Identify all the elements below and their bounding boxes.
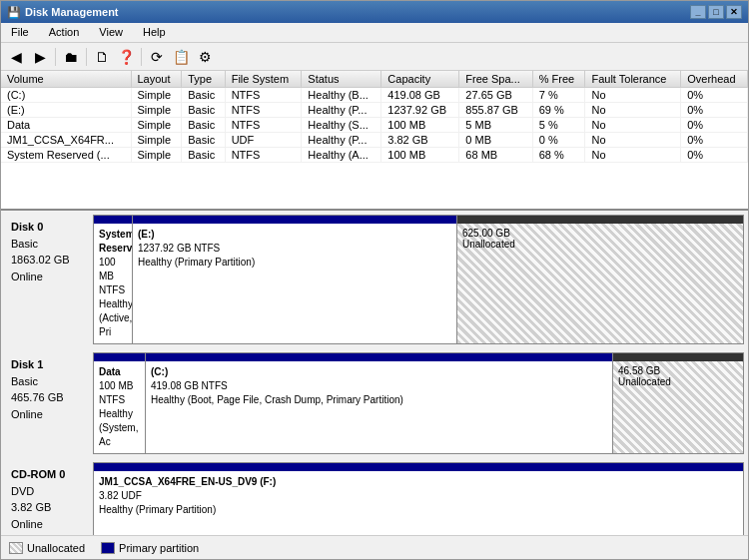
table-cell: Basic <box>182 118 225 133</box>
legend-primary-icon <box>101 542 115 554</box>
table-cell: NTFS <box>225 88 302 103</box>
col-volume: Volume <box>1 71 131 88</box>
minimize-button[interactable]: _ <box>690 5 706 19</box>
table-cell: Simple <box>131 148 182 163</box>
partition-header <box>94 463 743 471</box>
properties-button[interactable]: 🗋 <box>91 46 113 68</box>
partition-name: JM1_CCSA_X64FRE_EN-US_DV9 (F:) <box>99 475 738 489</box>
table-cell: (C:) <box>1 88 131 103</box>
disk-size: 3.82 GB <box>11 499 87 516</box>
disk-name: Disk 0 <box>11 219 87 236</box>
partition-header <box>94 353 145 361</box>
disk-size: 465.76 GB <box>11 389 87 406</box>
unallocated-label: Unallocated <box>618 376 738 387</box>
up-button[interactable]: 🖿 <box>60 46 82 68</box>
col-status: Status <box>302 71 381 88</box>
forward-button[interactable]: ▶ <box>29 46 51 68</box>
table-cell: Healthy (B... <box>302 88 381 103</box>
table-row[interactable]: DataSimpleBasicNTFSHealthy (S...100 MB5 … <box>1 118 748 133</box>
partition-0-0[interactable]: System Reserved 100 MB NTFS Healthy (Act… <box>94 216 133 343</box>
partition-name: System Reserved <box>99 228 127 256</box>
unallocated-label: Unallocated <box>462 239 738 250</box>
partition-detail2: Healthy (Primary Partition) <box>99 503 738 517</box>
table-cell: 5 % <box>532 118 585 133</box>
partition-header <box>94 216 132 224</box>
table-row[interactable]: (E:)SimpleBasicNTFSHealthy (P...1237.92 … <box>1 103 748 118</box>
extra-button-2[interactable]: ⚙ <box>194 46 216 68</box>
table-cell: NTFS <box>225 148 302 163</box>
menu-action[interactable]: Action <box>43 25 86 40</box>
back-button[interactable]: ◀ <box>5 46 27 68</box>
legend-unallocated-icon <box>9 542 23 554</box>
help-button[interactable]: ❓ <box>115 46 137 68</box>
table-cell: Basic <box>182 88 225 103</box>
partition-1-0[interactable]: Data 100 MB NTFS Healthy (System, Ac <box>94 353 146 453</box>
refresh-button[interactable]: ⟳ <box>146 46 168 68</box>
table-cell: NTFS <box>225 103 302 118</box>
partition-2-0[interactable]: JM1_CCSA_X64FRE_EN-US_DV9 (F:) 3.82 UDF … <box>94 463 743 535</box>
table-cell: (E:) <box>1 103 131 118</box>
partition-detail2: Healthy (Boot, Page File, Crash Dump, Pr… <box>151 393 607 407</box>
partition-1-1[interactable]: (C:) 419.08 GB NTFS Healthy (Boot, Page … <box>146 353 613 453</box>
table-row[interactable]: System Reserved (...SimpleBasicNTFSHealt… <box>1 148 748 163</box>
disk-status: Online <box>11 406 87 423</box>
table-cell: 0% <box>681 118 748 133</box>
col-capacity: Capacity <box>381 71 459 88</box>
partition-header <box>146 353 612 361</box>
partition-name: Data <box>99 365 140 379</box>
partition-detail1: 100 MB NTFS <box>99 379 140 407</box>
col-type: Type <box>182 71 225 88</box>
menu-file[interactable]: File <box>5 25 35 40</box>
disk-row-2: CD-ROM 0 DVD 3.82 GB Online JM1_CCSA_X64… <box>5 462 744 535</box>
disk-size: 1863.02 GB <box>11 252 87 269</box>
menu-view[interactable]: View <box>93 25 129 40</box>
disk-name: Disk 1 <box>11 356 87 373</box>
disk-row-0: Disk 0 Basic 1863.02 GB Online System Re… <box>5 215 744 344</box>
partition-detail1: 100 MB NTFS <box>99 256 127 297</box>
title-buttons[interactable]: _ □ ✕ <box>690 5 742 19</box>
table-header-row: Volume Layout Type File System Status Ca… <box>1 71 748 88</box>
table-cell: 0% <box>681 103 748 118</box>
partition-unallocated-0-2[interactable]: 625.00 GB Unallocated <box>457 216 743 343</box>
table-cell: 68 % <box>532 148 585 163</box>
table-cell: No <box>585 88 681 103</box>
table-row[interactable]: (C:)SimpleBasicNTFSHealthy (B...419.08 G… <box>1 88 748 103</box>
table-cell: No <box>585 133 681 148</box>
extra-button-1[interactable]: 📋 <box>170 46 192 68</box>
close-button[interactable]: ✕ <box>726 5 742 19</box>
col-fs: File System <box>225 71 302 88</box>
disk-row-1: Disk 1 Basic 465.76 GB Online Data 100 M… <box>5 352 744 454</box>
table-cell: 5 MB <box>459 118 532 133</box>
partition-0-1[interactable]: (E:) 1237.92 GB NTFS Healthy (Primary Pa… <box>133 216 457 343</box>
table-row[interactable]: JM1_CCSA_X64FR...SimpleBasicUDFHealthy (… <box>1 133 748 148</box>
table-cell: 68 MB <box>459 148 532 163</box>
table-cell: Basic <box>182 103 225 118</box>
table-cell: 1237.92 GB <box>381 103 459 118</box>
table-cell: 855.87 GB <box>459 103 532 118</box>
title-bar-left: 💾 Disk Management <box>7 6 119 19</box>
col-free: Free Spa... <box>459 71 532 88</box>
toolbar-separator-1 <box>55 48 56 66</box>
partition-header <box>133 216 456 224</box>
table-cell: Healthy (A... <box>302 148 381 163</box>
legend-unallocated-label: Unallocated <box>27 542 85 554</box>
partition-detail1: 419.08 GB NTFS <box>151 379 607 393</box>
table-cell: 419.08 GB <box>381 88 459 103</box>
table-cell: UDF <box>225 133 302 148</box>
col-layout: Layout <box>131 71 182 88</box>
table-cell: 3.82 GB <box>381 133 459 148</box>
menu-bar: File Action View Help <box>1 23 748 43</box>
table-cell: Simple <box>131 103 182 118</box>
disk-partitions-2: JM1_CCSA_X64FRE_EN-US_DV9 (F:) 3.82 UDF … <box>93 462 744 535</box>
legend: Unallocated Primary partition <box>1 535 748 559</box>
legend-primary: Primary partition <box>101 542 199 554</box>
partition-header <box>613 353 743 361</box>
partition-unallocated-1-2[interactable]: 46.58 GB Unallocated <box>613 353 743 453</box>
table-cell: Simple <box>131 133 182 148</box>
table-cell: Healthy (P... <box>302 133 381 148</box>
disk-label-1: Disk 1 Basic 465.76 GB Online <box>5 352 93 454</box>
maximize-button[interactable]: □ <box>708 5 724 19</box>
table-cell: 69 % <box>532 103 585 118</box>
menu-help[interactable]: Help <box>137 25 172 40</box>
col-fault: Fault Tolerance <box>585 71 681 88</box>
